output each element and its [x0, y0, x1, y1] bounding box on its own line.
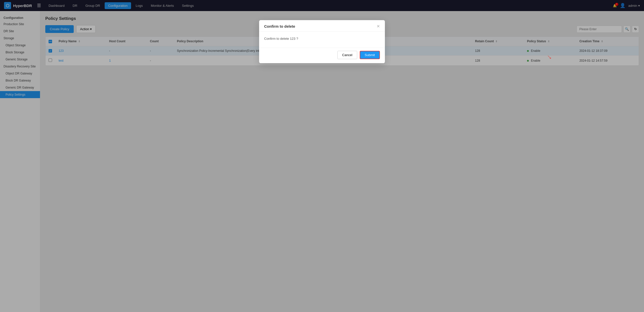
modal-close-button[interactable]: ✕ [377, 24, 380, 28]
submit-button[interactable]: Submit [360, 51, 380, 59]
modal-message: Confirm to delete 123 ? [264, 37, 298, 41]
cancel-button[interactable]: Cancel [337, 51, 357, 59]
modal-overlay: Confirm to delete ✕ Confirm to delete 12… [0, 0, 644, 312]
modal-title: Confirm to delete [264, 24, 295, 28]
modal-header: Confirm to delete ✕ [259, 20, 385, 32]
confirm-delete-modal: Confirm to delete ✕ Confirm to delete 12… [259, 20, 385, 63]
modal-body: Confirm to delete 123 ? [259, 32, 385, 48]
arrow-indicator: ↓ [545, 53, 553, 61]
modal-footer: Cancel Submit [259, 48, 385, 63]
